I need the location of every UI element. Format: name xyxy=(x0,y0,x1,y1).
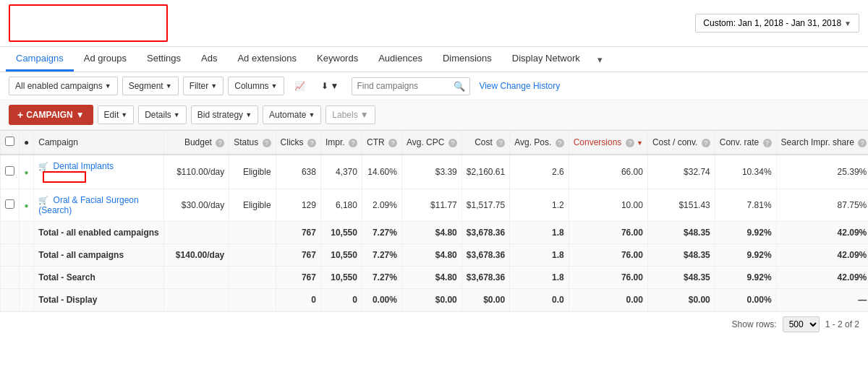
th-avg-cpc[interactable]: Avg. CPC ? xyxy=(401,131,461,155)
conversions-help-icon[interactable]: ? xyxy=(626,139,634,147)
budget-help-icon[interactable]: ? xyxy=(216,139,224,147)
total-search-impr-cell: 42.09% xyxy=(776,267,868,289)
ctr-help-icon[interactable]: ? xyxy=(388,139,397,147)
tab-ad-extensions[interactable]: Ad extensions xyxy=(227,47,307,72)
total-ctr-cell: 7.27% xyxy=(362,267,401,289)
th-conv-rate[interactable]: Conv. rate ? xyxy=(715,131,776,155)
total-search-impr-cell: 42.09% xyxy=(776,222,868,244)
campaign-name-link[interactable]: Dental Implants xyxy=(54,161,114,171)
status-dot-icon: ● xyxy=(25,202,29,210)
tab-display-network[interactable]: Display Network xyxy=(502,47,590,72)
row-checkbox[interactable] xyxy=(5,166,14,176)
view-history-link[interactable]: View Change History xyxy=(479,81,560,91)
campaign-button[interactable]: + CAMPAIGN ▼ xyxy=(9,105,93,125)
row-dot-cell: ● xyxy=(20,155,34,189)
table-row: ● 🛒 Dental Implants $110.00/day Eligible… xyxy=(1,155,869,189)
row-checkbox[interactable] xyxy=(5,199,14,209)
th-ctr[interactable]: CTR ? xyxy=(362,131,401,155)
chart-icon-button[interactable]: 📈 xyxy=(289,77,311,95)
tab-ad-groups[interactable]: Ad groups xyxy=(74,47,137,72)
impr-help-icon[interactable]: ? xyxy=(349,139,357,147)
table-header-row: ● Campaign Budget ? Status ? Clicks ? Im… xyxy=(1,131,869,155)
total-avg-pos-cell: 1.8 xyxy=(510,222,569,244)
status-help-icon[interactable]: ? xyxy=(263,139,271,147)
columns-button[interactable]: Columns ▼ xyxy=(228,77,284,95)
th-clicks[interactable]: Clicks ? xyxy=(276,131,320,155)
tab-audiences[interactable]: Audiences xyxy=(368,47,433,72)
date-range-button[interactable]: Custom: Jan 1, 2018 - Jan 31, 2018 ▼ xyxy=(695,14,859,33)
filter-label: Filter xyxy=(190,81,209,91)
total-conversions-cell: 0.00 xyxy=(569,289,647,311)
total-avg-cpc-cell: $4.80 xyxy=(401,222,461,244)
total-search-impr-cell: — xyxy=(776,289,868,311)
total-status-cell xyxy=(229,289,276,311)
automate-button[interactable]: Automate ▼ xyxy=(263,105,321,124)
chevron-down-icon: ▼ xyxy=(844,20,851,27)
th-cost-conv[interactable]: Cost / conv. ? xyxy=(647,131,715,155)
edit-button[interactable]: Edit ▼ xyxy=(98,105,135,124)
total-budget-cell xyxy=(164,222,229,244)
total-status-cell xyxy=(229,267,276,289)
tab-ads[interactable]: Ads xyxy=(191,47,227,72)
select-all-checkbox[interactable] xyxy=(5,137,14,146)
campaign-name-link[interactable]: Oral & Facial Surgeon (Search) xyxy=(38,195,138,215)
show-rows-select[interactable]: 500 100 50 25 xyxy=(783,316,820,332)
bid-strategy-button[interactable]: Bid strategy ▼ xyxy=(191,105,258,124)
conv-rate-help-icon[interactable]: ? xyxy=(763,139,772,147)
avg-cpc-help-icon[interactable]: ? xyxy=(448,139,457,147)
th-cost[interactable]: Cost ? xyxy=(461,131,509,155)
row-status-cell: Eligible xyxy=(229,189,276,222)
row-avg-cpc-cell: $3.39 xyxy=(401,155,461,189)
segment-label: Segment xyxy=(129,81,163,91)
th-avg-pos[interactable]: Avg. Pos. ? xyxy=(510,131,569,155)
total-clicks-cell: 767 xyxy=(276,244,320,267)
download-icon-button[interactable]: ⬇ ▼ xyxy=(315,77,345,95)
automate-label: Automate xyxy=(269,110,306,120)
tab-keywords[interactable]: Keywords xyxy=(307,47,368,72)
chevron-down-icon: ▼ xyxy=(245,111,252,118)
all-campaigns-button[interactable]: All enabled campaigns ▼ xyxy=(9,77,118,95)
total-label-cell: Total - all campaigns xyxy=(34,244,164,267)
row-search-impr-cell: 25.39% xyxy=(776,155,868,189)
total-checkbox-cell xyxy=(1,244,20,267)
total-budget-cell xyxy=(164,267,229,289)
cost-conv-help-icon[interactable]: ? xyxy=(702,139,710,147)
th-impr[interactable]: Impr. ? xyxy=(320,131,362,155)
total-dot-cell xyxy=(20,244,34,267)
tab-more-icon[interactable]: ▾ xyxy=(590,48,610,71)
details-button[interactable]: Details ▼ xyxy=(138,105,187,124)
total-label-cell: Total - all enabled campaigns xyxy=(34,222,164,244)
th-budget[interactable]: Budget ? xyxy=(164,131,229,155)
th-campaign[interactable]: Campaign xyxy=(34,131,164,155)
chevron-down-icon: ▼ xyxy=(308,111,315,118)
clicks-help-icon[interactable]: ? xyxy=(307,139,316,147)
edit-label: Edit xyxy=(104,110,119,120)
total-cost-conv-cell: $48.35 xyxy=(647,244,715,267)
search-input[interactable] xyxy=(357,81,451,91)
th-search-impr-share[interactable]: Search Impr. share ? xyxy=(776,131,868,155)
status-dot-icon: ● xyxy=(25,168,29,176)
total-cost-cell: $3,678.36 xyxy=(461,222,509,244)
avg-pos-help-icon[interactable]: ? xyxy=(556,139,564,147)
search-impr-help-icon[interactable]: ? xyxy=(858,139,867,147)
total-avg-pos-cell: 1.8 xyxy=(510,267,569,289)
total-budget-cell: $140.00/day xyxy=(164,244,229,267)
table-container: ● Campaign Budget ? Status ? Clicks ? Im… xyxy=(0,130,868,311)
tab-dimensions[interactable]: Dimensions xyxy=(433,47,502,72)
shopping-icon: 🛒 xyxy=(38,162,48,170)
total-conv-rate-cell: 9.92% xyxy=(715,244,776,267)
cost-help-icon[interactable]: ? xyxy=(496,139,505,147)
tab-settings[interactable]: Settings xyxy=(137,47,191,72)
th-conversions[interactable]: Conversions ? ▼ xyxy=(569,131,647,155)
total-dot-cell xyxy=(20,267,34,289)
labels-button[interactable]: Labels ▼ xyxy=(326,105,375,124)
campaign-red-outline xyxy=(43,171,86,183)
segment-button[interactable]: Segment ▼ xyxy=(122,77,179,95)
plus-icon: + xyxy=(17,109,23,121)
row-clicks-cell: 638 xyxy=(276,155,320,189)
search-icon[interactable]: 🔍 xyxy=(454,81,465,92)
filter-button[interactable]: Filter ▼ xyxy=(183,77,224,95)
th-status[interactable]: Status ? xyxy=(229,131,276,155)
top-bar-left xyxy=(9,4,168,42)
tab-campaigns[interactable]: Campaigns xyxy=(6,47,74,72)
